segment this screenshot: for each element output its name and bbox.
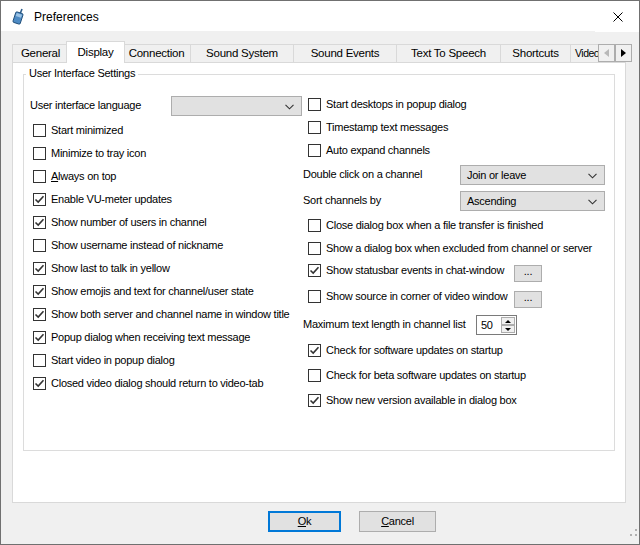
checkbox-label: Check for software updates on startup <box>326 344 503 357</box>
checkmark-icon <box>34 217 45 228</box>
checkbox-closed-video-dialog-should-return-to-video[interactable]: Closed video dialog should return to vid… <box>33 377 263 390</box>
checkbox-start-video-in-popup-dialog[interactable]: Start video in popup dialog <box>33 354 175 367</box>
checkbox-show-emojis-and-text-for-channel-user-stat[interactable]: Show emojis and text for channel/user st… <box>33 285 254 298</box>
checkbox-check-for-beta-software-updates-on-startup[interactable]: Check for beta software updates on start… <box>308 369 526 382</box>
checkmark-icon <box>34 263 45 274</box>
chevron-down-icon <box>588 199 597 205</box>
checkbox-label: Show emojis and text for channel/user st… <box>51 285 254 298</box>
checkbox-label: Auto expand channels <box>326 144 430 157</box>
checkbox-label: Popup dialog when receiving text message <box>51 331 250 344</box>
checkbox-label: Show both server and channel name in win… <box>51 308 289 321</box>
language-combobox[interactable] <box>171 96 302 116</box>
checkbox-checked <box>33 262 46 275</box>
checkmark-icon <box>34 332 45 343</box>
checkbox-close-dialog-box-when-a-file-transfer-is-f[interactable]: Close dialog box when a file transfer is… <box>308 219 543 232</box>
checkmark-icon <box>34 378 45 389</box>
grip-dot <box>635 529 637 531</box>
checkbox-unchecked <box>308 98 321 111</box>
tab-shortcuts[interactable]: Shortcuts <box>500 44 571 62</box>
checkbox-label: Enable VU-meter updates <box>51 193 172 206</box>
checkmark-icon <box>309 345 320 356</box>
checkbox-label: Close dialog box when a file transfer is… <box>326 219 543 232</box>
checkbox-unchecked <box>33 170 46 183</box>
arrow-up-icon <box>505 320 511 323</box>
checkbox-timestamp-text-messages[interactable]: Timestamp text messages <box>308 121 448 134</box>
checkmark-icon <box>34 286 45 297</box>
checkbox-show-new-version-available-in-dialog-box[interactable]: Show new version available in dialog box <box>308 394 517 407</box>
checkbox-label: Start minimized <box>51 124 123 137</box>
checkbox-checked <box>308 394 321 407</box>
checkbox-label: Show a dialog box when excluded from cha… <box>326 242 592 255</box>
cancel-button[interactable]: Cancel <box>359 511 436 532</box>
combobox-value: Ascending <box>467 194 516 208</box>
chevron-down-icon <box>285 104 294 110</box>
checkbox-label: Start video in popup dialog <box>51 354 175 367</box>
tab-connection[interactable]: Connection <box>122 44 191 62</box>
checkbox-unchecked <box>33 147 46 160</box>
checkbox-label: Show number of users in channel <box>51 216 207 229</box>
label-double-click-on-a-channel: Double click on a channel <box>303 168 422 181</box>
tab-display[interactable]: Display <box>66 41 125 63</box>
checkbox-checked <box>308 264 321 277</box>
tab-scroll-left-button[interactable] <box>598 44 615 62</box>
checkbox-show-statusbar-events-in-chat-window[interactable]: Show statusbar events in chat-window <box>308 264 504 277</box>
checkbox-checked <box>33 216 46 229</box>
tab-sound-events[interactable]: Sound Events <box>293 44 397 62</box>
tab-sound-system[interactable]: Sound System <box>190 44 294 62</box>
checkbox-show-username-instead-of-nickname[interactable]: Show username instead of nickname <box>33 239 223 252</box>
checkbox-unchecked <box>33 239 46 252</box>
checkbox-check-for-software-updates-on-startup[interactable]: Check for software updates on startup <box>308 344 503 357</box>
close-button[interactable] <box>595 2 640 32</box>
window-title: Preferences <box>34 10 99 24</box>
checkbox-checked <box>308 344 321 357</box>
checkbox-unchecked <box>308 369 321 382</box>
checkbox-enable-vu-meter-updates[interactable]: Enable VU-meter updates <box>33 193 172 206</box>
browse-button-show-statusbar-events-in-chat-window[interactable]: ... <box>514 265 542 282</box>
spin-up-button[interactable] <box>501 317 515 325</box>
arrow-left-icon <box>604 49 609 57</box>
checkbox-checked <box>33 377 46 390</box>
tab-scroll-right-button[interactable] <box>615 44 632 62</box>
checkbox-label: Closed video dialog should return to vid… <box>51 377 263 390</box>
checkbox-show-source-in-corner-of-video-window[interactable]: Show source in corner of video window <box>308 290 508 303</box>
label-maximum-text-length-in-channel-list: Maximum text length in channel list <box>303 318 465 331</box>
checkbox-popup-dialog-when-receiving-text-message[interactable]: Popup dialog when receiving text message <box>33 331 250 344</box>
browse-button-show-source-in-corner-of-video-window[interactable]: ... <box>514 291 542 308</box>
checkbox-label: Show username instead of nickname <box>51 239 223 252</box>
ok-button[interactable]: Ok <box>268 511 341 532</box>
checkbox-label: Minimize to tray icon <box>51 147 146 160</box>
language-label: User interface language <box>30 99 141 112</box>
checkbox-checked <box>33 193 46 206</box>
checkbox-label: Show source in corner of video window <box>326 290 508 303</box>
combobox-double-click-on-a-channel[interactable]: Join or leave <box>460 165 605 185</box>
checkbox-unchecked <box>308 219 321 232</box>
checkbox-show-both-server-and-channel-name-in-windo[interactable]: Show both server and channel name in win… <box>33 308 289 321</box>
checkbox-auto-expand-channels[interactable]: Auto expand channels <box>308 144 430 157</box>
max-text-length-spinbox[interactable]: 50 <box>476 315 517 335</box>
checkbox-unchecked <box>308 144 321 157</box>
checkbox-start-desktops-in-popup-dialog[interactable]: Start desktops in popup dialog <box>308 98 467 111</box>
chevron-down-icon <box>588 173 597 179</box>
checkmark-icon <box>34 309 45 320</box>
title-bar: Preferences <box>1 1 639 31</box>
spinbox-value: 50 <box>481 319 493 332</box>
combobox-value: Join or leave <box>467 168 526 182</box>
grip-dot <box>630 534 632 536</box>
label-sort-channels-by: Sort channels by <box>303 194 381 207</box>
checkbox-show-a-dialog-box-when-excluded-from-chann[interactable]: Show a dialog box when excluded from cha… <box>308 242 592 255</box>
checkbox-label: Show new version available in dialog box <box>326 394 517 407</box>
combobox-sort-channels-by[interactable]: Ascending <box>460 191 605 211</box>
group-legend: User Interface Settings <box>26 67 138 80</box>
spin-down-button[interactable] <box>501 325 515 333</box>
checkbox-show-number-of-users-in-channel[interactable]: Show number of users in channel <box>33 216 207 229</box>
tab-general[interactable]: General <box>12 44 69 62</box>
checkmark-icon <box>34 194 45 205</box>
checkbox-show-last-to-talk-in-yellow[interactable]: Show last to talk in yellow <box>33 262 170 275</box>
checkbox-always-on-top[interactable]: Always on top <box>33 170 116 183</box>
tab-text-to-speech[interactable]: Text To Speech <box>396 44 501 62</box>
checkbox-label: Show last to talk in yellow <box>51 262 170 275</box>
checkbox-minimize-to-tray-icon[interactable]: Minimize to tray icon <box>33 147 146 160</box>
preferences-dialog: Preferences GeneralDisplayConnectionSoun… <box>0 0 640 545</box>
arrow-down-icon <box>505 328 511 331</box>
checkbox-start-minimized[interactable]: Start minimized <box>33 124 123 137</box>
